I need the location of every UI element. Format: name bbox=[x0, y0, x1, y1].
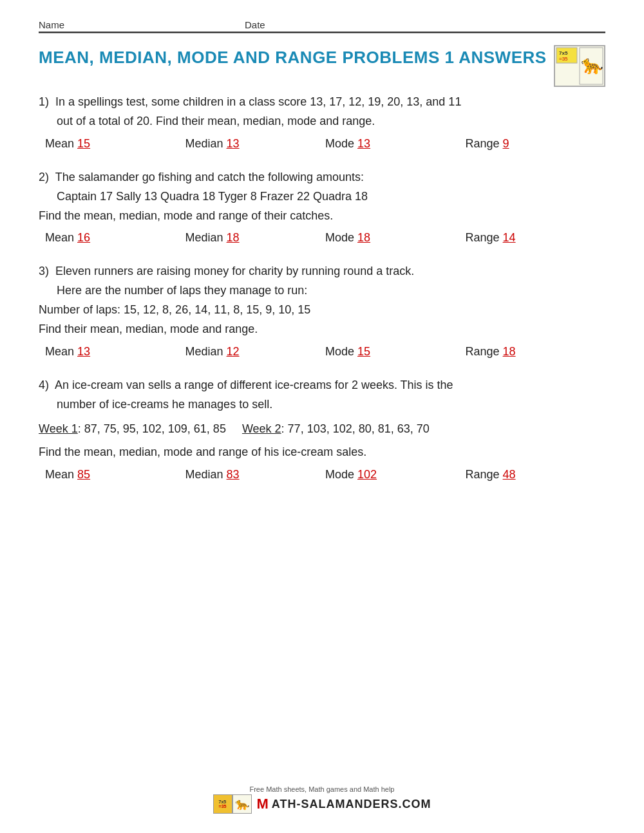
problem-1-line1: In a spellings test, some children in a … bbox=[55, 95, 461, 108]
problem-1-mode-value: 13 bbox=[357, 137, 370, 150]
problem-4-text: 4) An ice-cream van sells a range of dif… bbox=[39, 377, 605, 462]
problem-3-mode-value: 15 bbox=[357, 345, 370, 358]
svg-text:7x5: 7x5 bbox=[559, 50, 568, 56]
problem-4-range: Range 48 bbox=[466, 468, 606, 482]
problem-4-range-value: 48 bbox=[503, 468, 516, 481]
problem-3-mean: Mean 13 bbox=[45, 345, 185, 359]
problem-4-line2: number of ice-creams he manages to sell. bbox=[39, 396, 605, 414]
problem-1-line2: out of a total of 20. Find their mean, m… bbox=[39, 113, 605, 131]
problem-4-number: 4) bbox=[39, 379, 55, 391]
page-footer: Free Math sheets, Math games and Math he… bbox=[0, 785, 644, 814]
problem-3-mean-value: 13 bbox=[77, 345, 90, 358]
problem-3-line4: Find their mean, median, mode and range. bbox=[39, 321, 605, 339]
problem-2-median: Median 18 bbox=[185, 231, 326, 245]
problem-4-mode: Mode 102 bbox=[325, 468, 466, 482]
week2-label: Week 2 bbox=[242, 422, 281, 435]
problem-4-week-row: Week 1: 87, 75, 95, 102, 109, 61, 85 Wee… bbox=[39, 420, 605, 438]
problem-3-text: 3) Eleven runners are raising money for … bbox=[39, 263, 605, 339]
problem-4-line1: An ice-cream van sells a range of differ… bbox=[55, 379, 453, 391]
problem-4-mean: Mean 85 bbox=[45, 468, 185, 482]
problem-1-text: 1) In a spellings test, some children in… bbox=[39, 93, 605, 131]
problem-3: 3) Eleven runners are raising money for … bbox=[39, 263, 605, 359]
week1-label: Week 1 bbox=[39, 422, 78, 435]
footer-logo-row: 7x5=35 🐆 MATH-SALAMANDERS.COM bbox=[213, 794, 431, 814]
footer-tagline: Free Math sheets, Math games and Math he… bbox=[249, 785, 394, 793]
problem-3-mode: Mode 15 bbox=[325, 345, 466, 359]
footer-animal-icon: 🐆 bbox=[232, 794, 252, 814]
svg-text:=35: =35 bbox=[559, 56, 568, 62]
problem-3-median: Median 12 bbox=[185, 345, 326, 359]
problem-2-number: 2) bbox=[39, 171, 55, 183]
problem-4-answers: Mean 85 Median 83 Mode 102 Range 48 bbox=[39, 468, 605, 482]
problem-2-line1: The salamander go fishing and catch the … bbox=[55, 171, 364, 183]
problem-2-mean: Mean 16 bbox=[45, 231, 185, 245]
problem-1-range-value: 9 bbox=[503, 137, 509, 150]
problem-1-median-value: 13 bbox=[227, 137, 240, 150]
problem-3-line3: Number of laps: 15, 12, 8, 26, 14, 11, 8… bbox=[39, 301, 605, 319]
footer-brand: MATH-SALAMANDERS.COM bbox=[257, 796, 431, 812]
week2-data: : 77, 103, 102, 80, 81, 63, 70 bbox=[281, 422, 430, 435]
problem-2-answers: Mean 16 Median 18 Mode 18 Range 14 bbox=[39, 231, 605, 245]
problem-4-mode-value: 102 bbox=[357, 468, 377, 481]
problem-2-text: 2) The salamander go fishing and catch t… bbox=[39, 169, 605, 225]
problem-4: 4) An ice-cream van sells a range of dif… bbox=[39, 377, 605, 482]
date-label: Date bbox=[245, 19, 265, 30]
problem-3-median-value: 12 bbox=[227, 345, 240, 358]
problem-3-answers: Mean 13 Median 12 Mode 15 Range 18 bbox=[39, 345, 605, 359]
week1-data: : 87, 75, 95, 102, 109, 61, 85 bbox=[78, 422, 226, 435]
problem-2-median-value: 18 bbox=[227, 231, 240, 244]
problem-2: 2) The salamander go fishing and catch t… bbox=[39, 169, 605, 245]
problem-1-mode: Mode 13 bbox=[325, 137, 466, 151]
problem-2-line2: Captain 17 Sally 13 Quadra 18 Tyger 8 Fr… bbox=[39, 188, 605, 206]
problem-2-mode: Mode 18 bbox=[325, 231, 466, 245]
problem-4-median-value: 83 bbox=[227, 468, 240, 481]
problem-4-median: Median 83 bbox=[185, 468, 326, 482]
page-header: MEAN, MEDIAN, MODE AND RANGE PROBLEMS 1 … bbox=[39, 45, 605, 87]
footer-math-icon: 7x5=35 bbox=[213, 794, 232, 814]
problem-2-range: Range 14 bbox=[466, 231, 606, 245]
problem-4-mean-value: 85 bbox=[77, 468, 90, 481]
problem-3-number: 3) bbox=[39, 265, 55, 277]
problem-3-range: Range 18 bbox=[466, 345, 606, 359]
name-label: Name bbox=[39, 19, 64, 30]
problem-3-line1: Eleven runners are raising money for cha… bbox=[55, 265, 414, 277]
problem-3-line2: Here are the number of laps they manage … bbox=[39, 282, 605, 300]
logo-image: 7x5 =35 🐆 bbox=[554, 45, 605, 87]
name-date-row: Name Date bbox=[39, 19, 605, 30]
problem-2-mode-value: 18 bbox=[357, 231, 370, 244]
problem-1-answers: Mean 15 Median 13 Mode 13 Range 9 bbox=[39, 137, 605, 151]
problem-1: 1) In a spellings test, some children in… bbox=[39, 93, 605, 151]
problem-2-mean-value: 16 bbox=[77, 231, 90, 244]
problem-1-median: Median 13 bbox=[185, 137, 326, 151]
svg-text:🐆: 🐆 bbox=[581, 54, 603, 75]
problem-4-line3: Find the mean, median, mode and range of… bbox=[39, 444, 605, 462]
problem-1-mean: Mean 15 bbox=[45, 137, 185, 151]
sub-divider bbox=[39, 33, 605, 33]
problem-2-range-value: 14 bbox=[503, 231, 516, 244]
problem-2-line3: Find the mean, median, mode and range of… bbox=[39, 207, 605, 225]
problem-3-range-value: 18 bbox=[503, 345, 516, 358]
problem-1-number: 1) bbox=[39, 95, 55, 108]
problem-1-range: Range 9 bbox=[466, 137, 606, 151]
problem-1-mean-value: 15 bbox=[77, 137, 90, 150]
page-title: MEAN, MEDIAN, MODE AND RANGE PROBLEMS 1 … bbox=[39, 48, 547, 68]
